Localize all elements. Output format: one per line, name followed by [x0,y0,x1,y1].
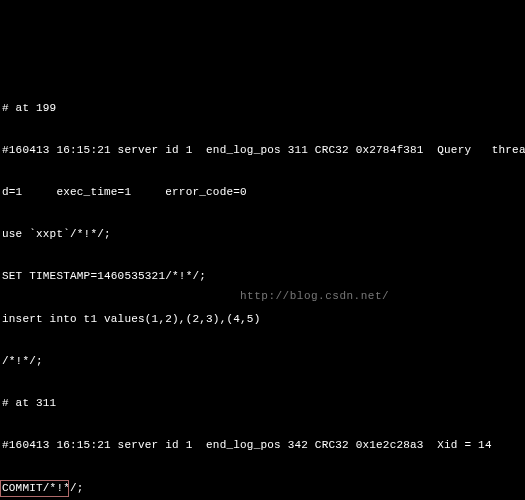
watermark-text: http://blog.csdn.net/ [240,289,389,303]
log-line: #160413 16:15:21 server id 1 end_log_pos… [2,143,523,157]
log-line: #160413 16:15:21 server id 1 end_log_pos… [2,438,523,452]
log-line: use `xxpt`/*!*/; [2,227,523,241]
log-line: /*!*/; [2,354,523,368]
log-line: # at 311 [2,396,523,410]
log-line: SET TIMESTAMP=1460535321/*!*/; [2,269,523,283]
terminal-output: # at 199 #160413 16:15:21 server id 1 en… [0,70,525,500]
log-line: insert into t1 values(1,2),(2,3),(4,5) [2,312,523,326]
log-line: d=1 exec_time=1 error_code=0 [2,185,523,199]
log-line: # at 199 [2,101,523,115]
log-line: COMMIT/*!*/; [2,481,523,495]
